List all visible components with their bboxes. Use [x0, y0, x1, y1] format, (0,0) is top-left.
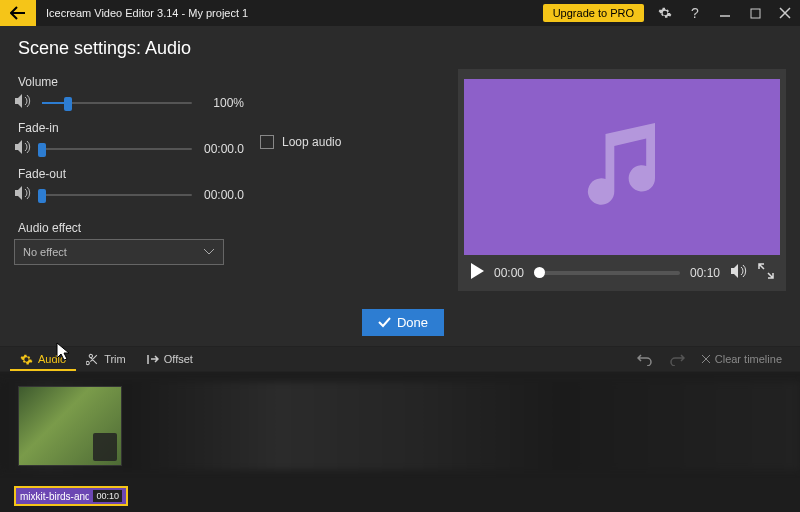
- fadein-label: Fade-in: [18, 121, 244, 135]
- preview-seek-slider[interactable]: [534, 271, 680, 275]
- help-button[interactable]: ?: [680, 0, 710, 26]
- loop-label: Loop audio: [282, 135, 341, 149]
- audio-effect-label: Audio effect: [18, 221, 444, 235]
- tab-audio-label: Audio: [38, 353, 66, 365]
- volume-slider[interactable]: [42, 96, 192, 110]
- titlebar: Icecream Video Editor 3.14 - My project …: [0, 0, 800, 26]
- maximize-icon: [750, 8, 761, 19]
- redo-icon: [669, 352, 685, 366]
- svg-rect-0: [751, 9, 760, 18]
- fadeout-slider[interactable]: [42, 188, 192, 202]
- tab-offset-label: Offset: [164, 353, 193, 365]
- speaker-icon[interactable]: [14, 185, 34, 205]
- scissors-icon: [86, 353, 99, 366]
- minimize-button[interactable]: [710, 0, 740, 26]
- page-title: Scene settings: Audio: [0, 26, 800, 69]
- speaker-icon[interactable]: [14, 93, 34, 113]
- tab-offset[interactable]: Offset: [136, 347, 203, 371]
- clear-timeline-button[interactable]: Clear timeline: [693, 353, 790, 365]
- music-note-icon: [567, 112, 677, 222]
- back-button[interactable]: [0, 0, 36, 26]
- undo-button[interactable]: [629, 352, 661, 366]
- audio-clip-duration: 00:10: [93, 490, 122, 502]
- preview-time-total: 00:10: [690, 266, 720, 280]
- video-clip-thumbnail[interactable]: [18, 386, 122, 466]
- app-title: Icecream Video Editor 3.14 - My project …: [36, 7, 248, 19]
- arrow-left-icon: [10, 6, 26, 20]
- fadein-slider[interactable]: [42, 142, 192, 156]
- select-value: No effect: [23, 246, 67, 258]
- audio-clip[interactable]: mixkit-birds-and... 00:10: [14, 486, 128, 506]
- tool-tabs: Audio Trim Offset Clear timeline: [0, 346, 800, 372]
- preview-time-current: 00:00: [494, 266, 524, 280]
- clear-timeline-label: Clear timeline: [715, 353, 782, 365]
- offset-icon: [146, 353, 159, 366]
- volume-label: Volume: [18, 75, 244, 89]
- audio-effect-select[interactable]: No effect: [14, 239, 224, 265]
- project-name: My project 1: [188, 7, 248, 19]
- check-icon: [378, 317, 391, 328]
- preview-volume-button[interactable]: [730, 263, 748, 283]
- speaker-icon[interactable]: [14, 139, 34, 159]
- play-button[interactable]: [470, 263, 484, 283]
- app-name: Icecream Video Editor 3.14: [46, 7, 178, 19]
- volume-value: 100%: [200, 96, 244, 110]
- undo-icon: [637, 352, 653, 366]
- fadein-value: 00:00.0: [200, 142, 244, 156]
- audio-clip-name: mixkit-birds-and...: [20, 491, 89, 502]
- question-icon: ?: [691, 5, 699, 21]
- tab-trim[interactable]: Trim: [76, 347, 136, 371]
- done-button[interactable]: Done: [362, 309, 444, 336]
- fullscreen-button[interactable]: [758, 263, 774, 283]
- maximize-button[interactable]: [740, 0, 770, 26]
- chevron-down-icon: [203, 248, 215, 256]
- timeline[interactable]: mixkit-birds-and... 00:10: [0, 372, 800, 512]
- loop-audio-checkbox[interactable]: Loop audio: [260, 71, 341, 213]
- upgrade-button[interactable]: Upgrade to PRO: [543, 4, 644, 22]
- redo-button[interactable]: [661, 352, 693, 366]
- settings-button[interactable]: [650, 0, 680, 26]
- tab-trim-label: Trim: [104, 353, 126, 365]
- fadeout-value: 00:00.0: [200, 188, 244, 202]
- minimize-icon: [719, 7, 731, 19]
- fadeout-label: Fade-out: [18, 167, 244, 181]
- preview-canvas: [464, 79, 780, 255]
- done-label: Done: [397, 315, 428, 330]
- tab-audio[interactable]: Audio: [10, 347, 76, 371]
- close-icon: [701, 354, 711, 364]
- close-button[interactable]: [770, 0, 800, 26]
- gear-icon: [20, 353, 33, 366]
- checkbox-icon: [260, 135, 274, 149]
- preview-panel: 00:00 00:10: [458, 69, 786, 291]
- close-icon: [779, 7, 791, 19]
- gear-icon: [658, 6, 672, 20]
